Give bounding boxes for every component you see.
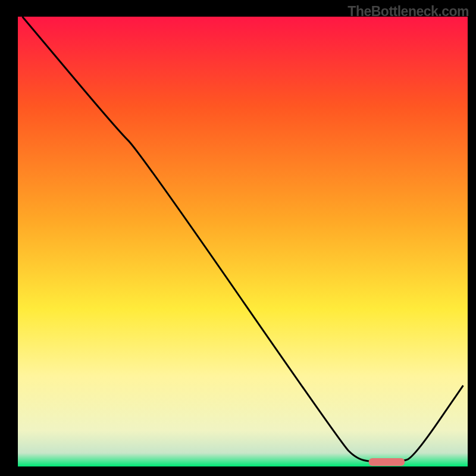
optimal-marker <box>369 458 405 466</box>
chart-svg <box>0 0 476 476</box>
watermark-text: TheBottleneck.com <box>347 4 469 20</box>
chart-container: TheBottleneck.com <box>0 0 476 476</box>
plot-area <box>18 17 468 466</box>
